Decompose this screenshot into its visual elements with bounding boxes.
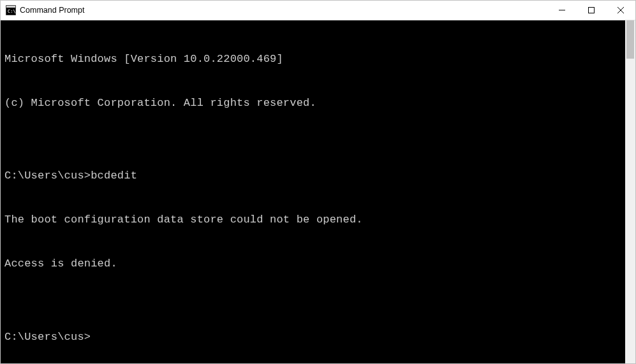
terminal-line: Access is denied.: [4, 257, 623, 272]
titlebar[interactable]: C:\ Command Prompt: [1, 1, 635, 20]
maximize-button[interactable]: [577, 1, 606, 20]
minimize-button[interactable]: [547, 1, 577, 20]
terminal-line: C:\Users\cus>: [4, 330, 623, 345]
terminal-content-wrap: Microsoft Windows [Version 10.0.22000.46…: [1, 20, 635, 363]
terminal-line: C:\Users\cus>bcdedit: [4, 169, 623, 184]
terminal-line: (c) Microsoft Corporation. All rights re…: [4, 96, 623, 111]
terminal-line: Microsoft Windows [Version 10.0.22000.46…: [4, 52, 623, 67]
svg-rect-1: [6, 6, 15, 8]
svg-text:C:\: C:\: [8, 9, 16, 14]
vertical-scrollbar[interactable]: [625, 20, 635, 363]
window-controls: [547, 1, 635, 20]
maximize-icon: [588, 7, 595, 13]
close-button[interactable]: [606, 1, 635, 20]
close-icon: [618, 7, 624, 13]
svg-rect-4: [589, 7, 595, 13]
minimize-icon: [559, 7, 565, 13]
terminal-line: The boot configuration data store could …: [4, 213, 623, 228]
scrollbar-thumb[interactable]: [626, 20, 634, 59]
window-title: Command Prompt: [20, 6, 84, 15]
command-prompt-window: C:\ Command Prompt: [0, 0, 636, 364]
cmd-prompt-icon: C:\: [6, 5, 16, 15]
terminal-output[interactable]: Microsoft Windows [Version 10.0.22000.46…: [1, 20, 625, 363]
